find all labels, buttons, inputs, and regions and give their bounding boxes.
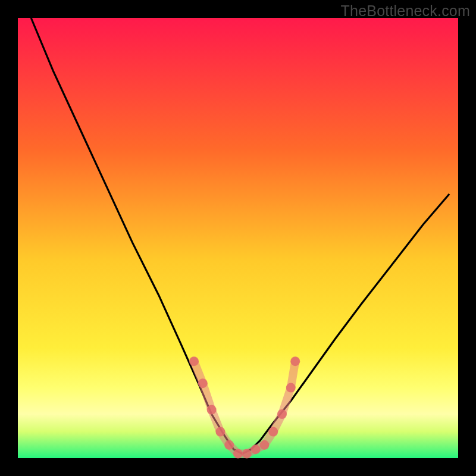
marker-dot — [224, 440, 234, 450]
marker-dot — [233, 449, 243, 459]
marker-dot — [268, 427, 278, 437]
marker-dot — [207, 405, 217, 415]
chart-container: TheBottleneck.com — [0, 0, 476, 476]
watermark-text: TheBottleneck.com — [341, 2, 470, 20]
marker-dot — [189, 356, 199, 366]
plot-background — [18, 18, 458, 458]
marker-dot — [259, 440, 269, 450]
chart-svg — [0, 0, 476, 476]
marker-dot — [251, 444, 261, 454]
marker-dot — [290, 356, 300, 366]
marker-dot — [198, 378, 208, 388]
marker-dot — [277, 409, 287, 419]
marker-dot — [286, 383, 296, 393]
marker-dot — [215, 427, 225, 437]
marker-dot — [242, 449, 252, 459]
